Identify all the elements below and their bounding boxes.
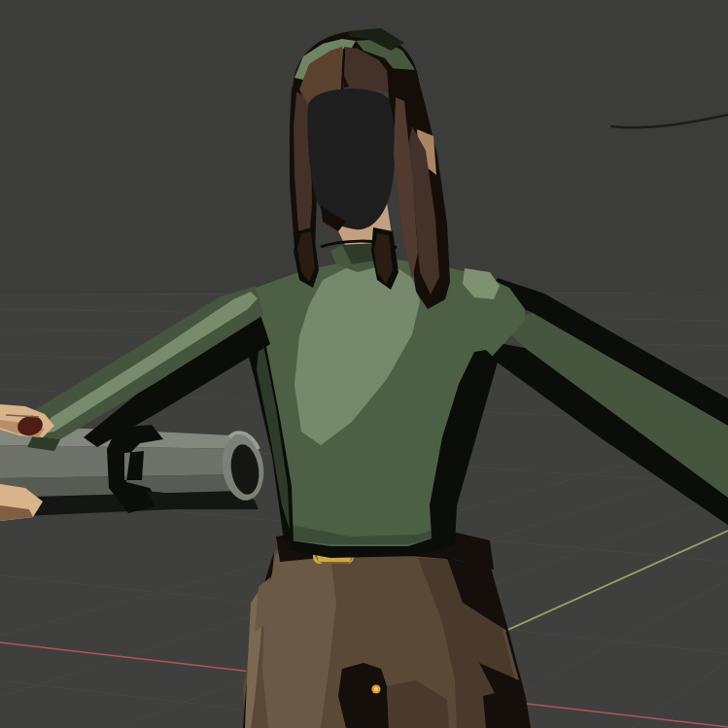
face-blank	[307, 88, 396, 229]
trousers-crotch-shadow	[338, 663, 389, 728]
object-origin[interactable]	[371, 684, 380, 693]
trousers	[243, 550, 531, 728]
origin-dot-inner	[374, 687, 378, 691]
viewport-canvas[interactable]	[0, 0, 728, 728]
viewport-3d[interactable]	[0, 0, 728, 728]
